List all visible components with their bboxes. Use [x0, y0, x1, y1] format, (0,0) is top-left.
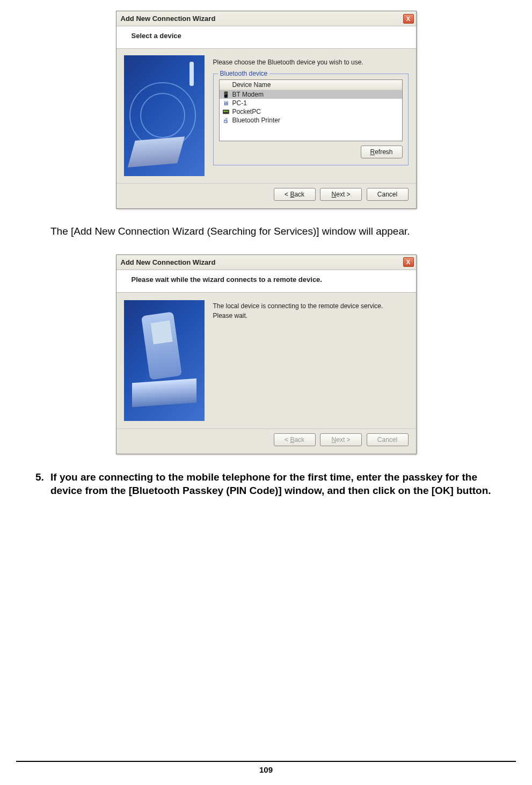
- pda-icon: 📟: [222, 108, 230, 115]
- step-text: If you are connecting to the mobile tele…: [50, 470, 500, 498]
- wizard-buttonbar: < Back Next > Cancel: [116, 183, 416, 208]
- window-title: Add New Connection Wizard: [121, 258, 403, 266]
- back-button: < Back: [274, 433, 316, 446]
- close-icon[interactable]: X: [403, 257, 414, 267]
- device-name: PC-1: [232, 99, 247, 107]
- monitor-icon: 🖥: [222, 99, 230, 107]
- phone-icon: 📱: [222, 91, 230, 98]
- list-header: Device Name: [220, 80, 402, 90]
- step-number: 5.: [35, 470, 50, 498]
- connecting-msg-line1: The local device is connecting to the re…: [213, 302, 409, 310]
- wizard-side-graphic: [124, 300, 205, 421]
- cancel-button[interactable]: Cancel: [367, 188, 409, 201]
- doc-paragraph: The [Add New Connection Wizard (Searchin…: [50, 225, 497, 238]
- cancel-button: Cancel: [367, 433, 409, 446]
- titlebar: Add New Connection Wizard X: [116, 11, 416, 26]
- wizard-header-text: Please wait while the wizard connects to…: [132, 275, 407, 284]
- step-5: 5. If you are connecting to the mobile t…: [35, 470, 500, 498]
- list-item[interactable]: 📟 PocketPC: [220, 107, 402, 116]
- wizard-select-device: Add New Connection Wizard X Select a dev…: [116, 11, 417, 209]
- next-button: Next >: [320, 433, 362, 446]
- list-item[interactable]: 🖥 PC-1: [220, 99, 402, 107]
- wizard-header: Select a device: [116, 26, 416, 49]
- wizard-connecting: Add New Connection Wizard X Please wait …: [116, 255, 417, 454]
- list-item[interactable]: 🖨 Bluetooth Printer: [220, 116, 402, 125]
- wizard-header: Please wait while the wizard connects to…: [116, 270, 416, 293]
- wizard-buttonbar: < Back Next > Cancel: [116, 428, 416, 454]
- wizard-instruction: Please choose the Bluetooth device you w…: [213, 59, 409, 66]
- device-name: BT Modem: [232, 91, 264, 98]
- wizard-side-graphic: [124, 55, 205, 176]
- device-groupbox: Bluetooth device Device Name 📱 BT Modem …: [213, 74, 409, 165]
- printer-icon: 🖨: [222, 117, 230, 124]
- back-button[interactable]: < Back: [274, 188, 316, 201]
- list-item[interactable]: 📱 BT Modem: [220, 90, 402, 99]
- window-title: Add New Connection Wizard: [121, 14, 403, 23]
- groupbox-legend: Bluetooth device: [218, 70, 270, 77]
- device-listbox[interactable]: Device Name 📱 BT Modem 🖥 PC-1 📟 PocketPC: [219, 79, 403, 141]
- connecting-msg-line2: Please wait.: [213, 312, 409, 319]
- refresh-button[interactable]: Refresh: [361, 146, 403, 158]
- next-button[interactable]: Next >: [320, 188, 362, 201]
- device-name: Bluetooth Printer: [232, 117, 280, 124]
- page-footer: 109: [16, 761, 516, 774]
- page-number: 109: [16, 765, 516, 774]
- close-icon[interactable]: X: [403, 14, 414, 24]
- titlebar: Add New Connection Wizard X: [116, 255, 416, 270]
- device-name: PocketPC: [232, 108, 261, 115]
- wizard-header-text: Select a device: [132, 32, 407, 40]
